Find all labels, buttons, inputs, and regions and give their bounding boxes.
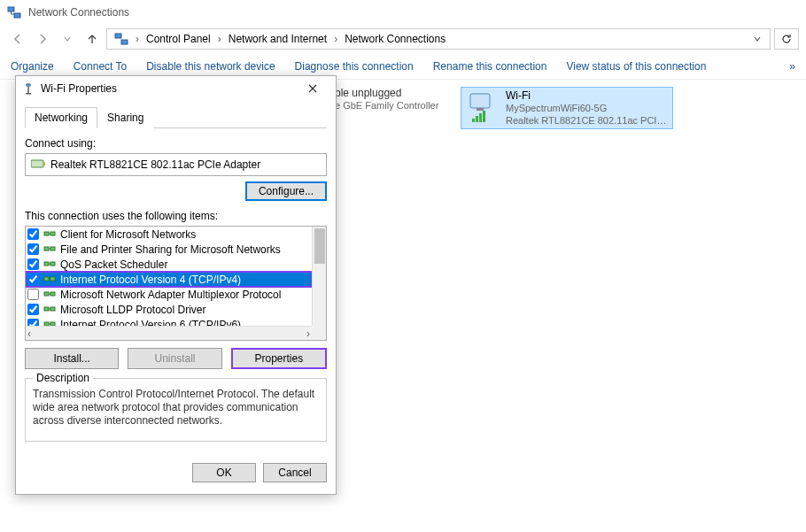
svg-rect-9 (483, 111, 485, 122)
protocol-item[interactable]: QoS Packet Scheduler (26, 257, 312, 272)
svg-rect-0 (8, 7, 14, 12)
svg-rect-2 (115, 34, 121, 38)
svg-rect-14 (43, 162, 45, 166)
protocol-label: QoS Packet Scheduler (60, 258, 167, 271)
chevron-right-icon: › (216, 33, 223, 45)
svg-rect-5 (477, 108, 484, 111)
window-title: Network Connections (28, 6, 129, 19)
diagnose-button[interactable]: Diagnose this connection (295, 60, 414, 73)
svg-rect-20 (50, 262, 55, 266)
svg-rect-19 (44, 262, 49, 266)
protocol-icon (43, 304, 57, 316)
address-icon[interactable] (111, 29, 132, 49)
nav-back-button[interactable] (7, 28, 28, 50)
ok-button[interactable]: OK (192, 463, 256, 482)
breadcrumb-segment[interactable]: Network and Internet (225, 29, 330, 49)
connection-name: Wi-Fi (506, 89, 669, 102)
protocol-checkbox[interactable] (27, 274, 39, 285)
nav-recent-dropdown[interactable] (57, 28, 78, 50)
svg-rect-11 (27, 86, 29, 93)
protocol-label: Client for Microsoft Networks (60, 228, 196, 241)
svg-rect-24 (50, 292, 55, 296)
organize-menu[interactable]: Organize (11, 60, 54, 73)
overflow-button[interactable]: » (789, 60, 795, 73)
uninstall-button[interactable]: Uninstall (128, 348, 221, 369)
connect-to-button[interactable]: Connect To (74, 60, 128, 73)
protocol-checkbox[interactable] (27, 289, 39, 300)
protocol-icon (43, 228, 57, 241)
install-button[interactable]: Install... (25, 348, 119, 369)
rename-button[interactable]: Rename this connection (433, 60, 547, 73)
protocol-item[interactable]: Internet Protocol Version 6 (TCP/IPv6) (26, 317, 312, 326)
dialog-titlebar[interactable]: Wi-Fi Properties (16, 76, 336, 101)
protocol-checkbox[interactable] (27, 243, 39, 255)
wifi-icon (465, 90, 500, 126)
nav-forward-button[interactable] (32, 28, 53, 50)
svg-rect-28 (50, 322, 55, 326)
protocol-checkbox[interactable] (27, 304, 39, 315)
chevron-right-icon: › (134, 33, 141, 45)
protocol-label: Internet Protocol Version 4 (TCP/IPv4) (60, 274, 241, 286)
description-group: Description Transmission Control Protoco… (25, 378, 327, 442)
address-dropdown[interactable] (748, 35, 766, 43)
tab-networking[interactable]: Networking (25, 107, 97, 128)
protocol-checkbox[interactable] (27, 228, 39, 240)
protocol-icon (43, 274, 57, 286)
wifi-properties-icon (21, 81, 35, 96)
svg-rect-12 (26, 93, 31, 95)
protocol-label: Microsoft Network Adapter Multiplexor Pr… (60, 289, 281, 301)
svg-rect-7 (476, 116, 478, 122)
disable-device-button[interactable]: Disable this network device (146, 60, 275, 73)
breadcrumb-segment[interactable]: Network Connections (341, 29, 449, 49)
protocol-label: Microsoft LLDP Protocol Driver (60, 304, 206, 316)
address-bar[interactable]: › Control Panel › Network and Internet ›… (106, 28, 771, 50)
protocol-checkbox[interactable] (27, 319, 39, 326)
breadcrumb-segment[interactable]: Control Panel (143, 29, 214, 49)
connection-ssid: MySpectrumWiFi60-5G (506, 102, 669, 114)
chevron-right-icon: › (332, 33, 339, 45)
view-status-button[interactable]: View status of this connection (566, 60, 706, 73)
tab-sharing[interactable]: Sharing (97, 107, 153, 128)
wifi-properties-dialog: Wi-Fi Properties Networking Sharing Conn… (15, 75, 337, 495)
svg-rect-17 (44, 247, 49, 251)
ethernet-connection-partial[interactable]: ble unplugged e GbE Family Controller (335, 87, 455, 129)
svg-rect-15 (44, 232, 49, 235)
protocol-label: File and Printer Sharing for Microsoft N… (60, 243, 281, 256)
connection-adapter: Realtek RTL8821CE 802.11ac PCIe ... (506, 114, 669, 127)
protocol-item[interactable]: File and Printer Sharing for Microsoft N… (26, 242, 312, 257)
protocol-icon (43, 319, 57, 327)
svg-rect-1 (14, 13, 20, 18)
adapter-name: Realtek RTL8821CE 802.11ac PCIe Adapter (50, 158, 260, 171)
horizontal-scrollbar[interactable]: ‹› (26, 326, 312, 340)
svg-rect-23 (44, 292, 49, 296)
protocol-label: Internet Protocol Version 6 (TCP/IPv6) (60, 319, 241, 327)
dialog-close-button[interactable] (295, 78, 330, 99)
configure-button[interactable]: Configure... (245, 181, 327, 201)
ethernet-status-partial: ble unplugged (335, 87, 455, 99)
items-label: This connection uses the following items… (25, 210, 327, 222)
address-row: › Control Panel › Network and Internet ›… (0, 25, 806, 53)
ethernet-adapter-partial: e GbE Family Controller (335, 99, 455, 112)
adapter-field[interactable]: Realtek RTL8821CE 802.11ac PCIe Adapter (25, 153, 327, 176)
nav-up-button[interactable] (81, 28, 103, 50)
adapter-icon (31, 158, 45, 172)
scroll-corner (312, 326, 326, 340)
protocol-item[interactable]: Internet Protocol Version 4 (TCP/IPv4) (26, 272, 312, 287)
wifi-connection-item[interactable]: Wi-Fi MySpectrumWiFi60-5G Realtek RTL882… (461, 87, 673, 129)
properties-button[interactable]: Properties (231, 348, 327, 369)
explorer-titlebar: Network Connections (0, 0, 806, 25)
protocol-item[interactable]: Client for Microsoft Networks (26, 227, 312, 242)
network-connections-icon (7, 5, 21, 19)
svg-rect-16 (50, 232, 55, 235)
protocol-item[interactable]: Microsoft LLDP Protocol Driver (26, 302, 312, 317)
vertical-scrollbar[interactable] (312, 227, 326, 326)
svg-rect-26 (50, 307, 55, 311)
refresh-button[interactable] (774, 28, 799, 50)
protocol-item[interactable]: Microsoft Network Adapter Multiplexor Pr… (26, 287, 312, 302)
svg-rect-25 (44, 307, 49, 311)
protocol-checkbox[interactable] (27, 258, 39, 270)
cancel-button[interactable]: Cancel (263, 463, 327, 482)
description-label: Description (33, 372, 93, 384)
svg-rect-22 (50, 277, 55, 281)
protocol-list[interactable]: Client for Microsoft NetworksFile and Pr… (25, 226, 327, 341)
